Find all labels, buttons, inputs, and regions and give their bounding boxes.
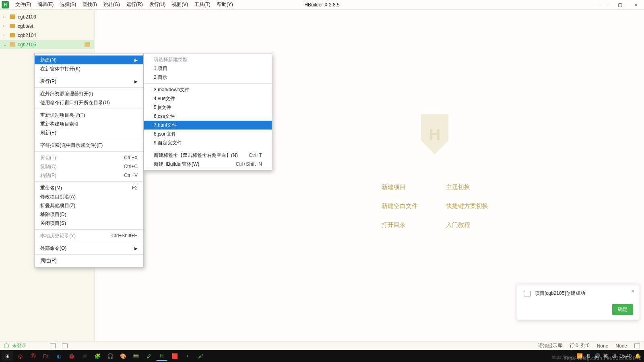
menu-5[interactable]: 运行(R): [123, 0, 146, 10]
welcome-link[interactable]: 入门教程: [446, 221, 526, 229]
taskbar-app-icon[interactable]: 🟥: [169, 351, 180, 361]
menu-7[interactable]: 视图(V): [169, 0, 191, 10]
ctx-item-label: 移除项目(D): [40, 211, 66, 218]
panel-toggle-icon[interactable]: [50, 343, 56, 348]
encoding[interactable]: None: [615, 343, 627, 349]
ctx-item-label: 字符搜索(选中目录或文件)(F): [40, 142, 103, 149]
welcome-link[interactable]: 主题切换: [446, 183, 526, 191]
ctx-item[interactable]: 重新构建项目索引: [35, 119, 143, 128]
ctx-item[interactable]: 在外部资源管理器打开(I): [35, 89, 143, 98]
tray-item[interactable]: 🔔: [635, 353, 641, 359]
tree-item-cgb2104[interactable]: › cgb2104: [0, 31, 94, 40]
menu-4[interactable]: 跳转(G): [100, 0, 123, 10]
taskbar-app-icon[interactable]: ◎: [14, 351, 26, 361]
user-icon[interactable]: [4, 343, 9, 348]
submenu-item[interactable]: 9.自定义文件: [144, 138, 272, 147]
welcome-link[interactable]: 新建项目: [382, 183, 446, 191]
chevron-right-icon[interactable]: ›: [3, 33, 8, 37]
menu-1[interactable]: 编辑(E): [34, 0, 57, 10]
submenu-item[interactable]: 6.css文件: [144, 112, 272, 121]
submenu-item[interactable]: 4.vue文件: [144, 94, 272, 103]
language-mode[interactable]: None: [597, 343, 609, 349]
ctx-item-label: 修改项目别名(A): [40, 193, 76, 200]
taskbar-app-icon[interactable]: •: [182, 351, 193, 361]
ctx-item[interactable]: 字符搜索(选中目录或文件)(F): [35, 141, 143, 150]
ctx-item[interactable]: 刷新(E): [35, 128, 143, 137]
separator: [35, 181, 143, 182]
taskbar-app-icon[interactable]: 🐞: [66, 351, 77, 361]
tray-item[interactable]: 15:40: [619, 353, 632, 359]
taskbar-app-icon[interactable]: ⊞: [2, 351, 13, 361]
ctx-item-label: 折叠其他项目(Z): [40, 202, 75, 209]
chevron-right-icon[interactable]: ›: [3, 24, 8, 28]
submenu-item[interactable]: 3.markdown文件: [144, 85, 272, 94]
submenu-item-label: 9.自定义文件: [154, 140, 182, 146]
tray-item[interactable]: 📶: [577, 353, 583, 359]
separator: [35, 151, 143, 152]
ctx-item[interactable]: 关闭项目(S): [35, 219, 143, 228]
welcome-link[interactable]: 打开目录: [382, 221, 446, 229]
menu-6[interactable]: 发行(U): [146, 0, 169, 10]
taskbar-app-icon[interactable]: ◐: [53, 351, 64, 361]
menu-3[interactable]: 查找(I): [79, 0, 100, 10]
submenu-item[interactable]: 1.项目: [144, 64, 272, 73]
chevron-right-icon[interactable]: ›: [3, 14, 8, 19]
ctx-item[interactable]: 移除项目(D): [35, 210, 143, 219]
tree-item-cgb2105[interactable]: ⌄ cgb2105: [0, 40, 94, 49]
tree-item-cgb2103[interactable]: › cgb2103: [0, 12, 94, 21]
ctx-item-label: 新建(N): [40, 57, 57, 64]
submenu-item-label: 5.js文件: [154, 104, 171, 111]
tray-item[interactable]: 英: [603, 353, 608, 360]
tray-item[interactable]: 团: [611, 353, 616, 360]
menu-0[interactable]: 文件(F): [12, 0, 34, 10]
menu-8[interactable]: 工具(T): [191, 0, 213, 10]
ctx-item: 本地历史记录(Y)Ctrl+Shift+H: [35, 231, 143, 240]
welcome-link[interactable]: 新建空白文件: [382, 202, 446, 210]
submenu-item[interactable]: 新建标签卡【双击标签卡右侧空白】(N)Ctrl+T: [144, 151, 272, 160]
terminal-toggle-icon[interactable]: [62, 343, 68, 348]
ctx-item[interactable]: 外部命令(O)▶: [35, 244, 143, 253]
taskbar-app-icon[interactable]: 🎧: [105, 351, 116, 361]
notification-icon[interactable]: [634, 343, 640, 348]
ctx-item[interactable]: 发行(P)▶: [35, 77, 143, 86]
taskbar-app-icon[interactable]: Fz: [40, 351, 52, 361]
toast-close-icon[interactable]: ✕: [631, 288, 635, 294]
taskbar-app-icon[interactable]: 🖊: [195, 351, 206, 361]
submenu-item[interactable]: 8.json文件: [144, 130, 272, 138]
toast-notification: ✕ 项目[cgb2105]创建成功 确定: [517, 284, 639, 320]
welcome-link[interactable]: 快捷键方案切换: [446, 202, 526, 210]
taskbar-app-icon[interactable]: 📟: [130, 351, 142, 361]
syntax-lib[interactable]: 语法提示库: [538, 342, 562, 349]
taskbar-app-icon[interactable]: ⌘: [79, 351, 90, 361]
chevron-down-icon[interactable]: ⌄: [3, 42, 8, 47]
login-status[interactable]: 未登录: [12, 342, 27, 349]
ctx-item[interactable]: 属性(R): [35, 256, 143, 265]
tray-item[interactable]: 🔊: [594, 353, 600, 359]
submenu-item[interactable]: 新建HBuilder窗体(W)Ctrl+Shift+N: [144, 160, 272, 169]
ctx-item[interactable]: 使用命令行窗口打开所在目录(U): [35, 98, 143, 107]
ctx-item[interactable]: 在新窗体中打开(K): [35, 64, 143, 73]
ctx-item[interactable]: 重命名(M)F2: [35, 183, 143, 192]
separator: [144, 149, 272, 149]
taskbar-app-icon[interactable]: 🧩: [92, 351, 103, 361]
ctx-item[interactable]: 新建(N)▶: [35, 56, 143, 64]
menu-2[interactable]: 选择(S): [57, 0, 79, 10]
ctx-item-label: 复制(C): [40, 163, 57, 170]
tree-item-label: cgb2105: [18, 42, 36, 47]
submenu-item[interactable]: 2.目录: [144, 73, 272, 82]
submenu-item[interactable]: 5.js文件: [144, 103, 272, 112]
taskbar-app-icon[interactable]: 🎨: [118, 351, 129, 361]
ctx-item[interactable]: 折叠其他项目(Z): [35, 201, 143, 210]
taskbar-app-icon[interactable]: H: [156, 351, 167, 361]
taskbar-app-icon[interactable]: Ⓖ: [27, 351, 39, 361]
separator: [35, 75, 143, 75]
context-menu: 新建(N)▶在新窗体中打开(K)发行(P)▶在外部资源管理器打开(I)使用命令行…: [34, 53, 144, 267]
tree-item-cgbtest[interactable]: › cgbtest: [0, 21, 94, 31]
menu-9[interactable]: 帮助(Y): [214, 0, 236, 10]
ctx-item[interactable]: 重新识别项目类型(T): [35, 111, 143, 119]
ctx-item[interactable]: 修改项目别名(A): [35, 192, 143, 201]
taskbar-app-icon[interactable]: 🖊: [143, 351, 155, 361]
tray-item[interactable]: 🖥: [586, 353, 591, 359]
submenu-item[interactable]: 7.html文件: [144, 121, 272, 130]
toast-ok-button[interactable]: 确定: [612, 304, 633, 315]
